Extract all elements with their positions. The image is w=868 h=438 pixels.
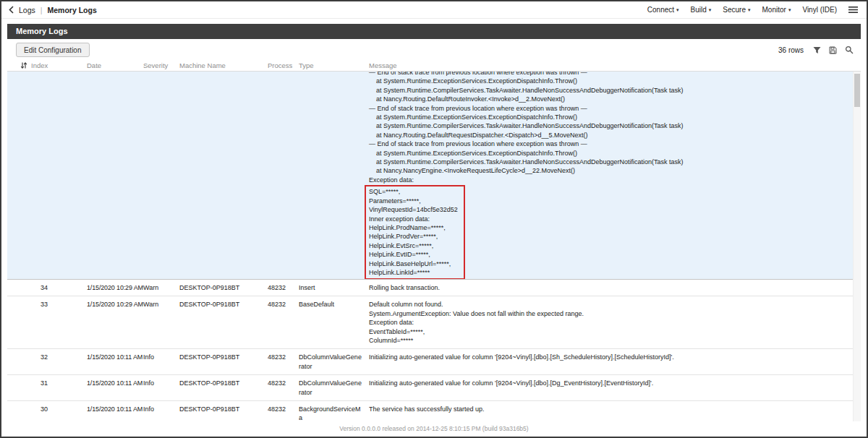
cell-process: 48232: [268, 300, 299, 345]
cell-message: Initializing auto-generated value for co…: [369, 353, 849, 371]
cell-machine-name: DESKTOP-0P918BT: [179, 300, 268, 345]
cell-date: 1/15/2020 10:11 AM: [87, 405, 143, 421]
menu-secure[interactable]: Secure ▾: [723, 6, 750, 14]
cell-type: BaseDefault: [299, 300, 369, 345]
cell-message: The service has successfully started up.: [369, 405, 849, 421]
cell-message: Default column not found. System.Argumen…: [369, 300, 849, 345]
cell-date: 1/15/2020 10:11 AM: [87, 353, 143, 371]
page-title: Memory Logs: [7, 24, 861, 39]
log-table: Index Date Severity Machine Name Process…: [7, 59, 861, 421]
column-header-message[interactable]: Message: [369, 61, 849, 69]
vertical-scrollbar[interactable]: [853, 72, 861, 421]
cell-date: 1/15/2020 10:29 AM: [87, 300, 143, 345]
cell-severity: Info: [143, 353, 179, 371]
table-header-row: Index Date Severity Machine Name Process…: [7, 59, 861, 72]
cell-message: Initializing auto-generated value for co…: [369, 379, 849, 397]
breadcrumb-back-link[interactable]: Logs: [19, 6, 35, 14]
save-icon[interactable]: [829, 46, 837, 54]
chevron-down-icon: ▾: [676, 7, 679, 12]
table-row[interactable]: 32 1/15/2020 10:11 AM Info DESKTOP-0P918…: [7, 349, 861, 375]
cell-type: BackgroundServiceMa: [299, 405, 369, 421]
cell-index: 32: [20, 353, 87, 371]
cell-severity: Info: [143, 405, 179, 421]
table-row[interactable]: 34 1/15/2020 10:29 AM Warn DESKTOP-0P918…: [7, 280, 861, 296]
column-header-index[interactable]: Index: [20, 61, 87, 69]
cell-severity: Info: [143, 379, 179, 397]
cell-index: 31: [20, 379, 87, 397]
column-header-process[interactable]: Process: [268, 61, 299, 69]
search-icon[interactable]: [845, 46, 854, 54]
version-footer: Version 0.0.0.0 released on 2014-12-25 8…: [7, 421, 861, 432]
back-chevron-icon[interactable]: [9, 6, 14, 14]
table-row[interactable]: 31 1/15/2020 10:11 AM Info DESKTOP-0P918…: [7, 375, 861, 401]
breadcrumb-current: Memory Logs: [48, 6, 97, 14]
menu-vinyl-ide[interactable]: Vinyl (IDE): [802, 6, 837, 14]
cell-severity: Warn: [143, 300, 179, 345]
cell-type: Insert: [299, 283, 369, 292]
column-header-date[interactable]: Date: [87, 61, 143, 69]
table-viewport: — End of stack trace from previous locat…: [7, 72, 861, 421]
cell-type: DbColumnValueGenerator: [299, 353, 369, 371]
chevron-down-icon: ▾: [748, 7, 751, 12]
menu-secure-label: Secure: [723, 6, 746, 14]
cell-severity: Warn: [143, 283, 179, 292]
content-area: Memory Logs Edit Configuration 36 rows: [1, 24, 867, 432]
cell-process: 48232: [268, 405, 299, 421]
stack-trace-text: — End of stack trace from previous locat…: [369, 72, 684, 184]
menu-connect[interactable]: Connect ▾: [647, 6, 679, 14]
edit-configuration-button[interactable]: Edit Configuration: [16, 43, 90, 57]
column-label-index: Index: [31, 61, 48, 69]
menu-monitor-label: Monitor: [762, 6, 786, 14]
sort-icon[interactable]: [20, 61, 27, 69]
column-header-machine-name[interactable]: Machine Name: [179, 61, 268, 69]
scrollbar-thumb[interactable]: [854, 74, 860, 107]
menu-build[interactable]: Build ▾: [691, 6, 712, 14]
expanded-message: — End of stack trace from previous locat…: [369, 72, 849, 280]
menu-monitor[interactable]: Monitor ▾: [762, 6, 791, 14]
highlighted-exception-data: SQL=*****, Parameters=*****, VinylReques…: [369, 188, 458, 276]
cell-process: 48232: [268, 353, 299, 371]
top-nav-menus: Connect ▾ Build ▾ Secure ▾ Monitor ▾ Vin…: [647, 6, 858, 14]
cell-machine-name: DESKTOP-0P918BT: [179, 379, 268, 397]
cell-machine-name: DESKTOP-0P918BT: [179, 353, 268, 371]
filter-icon[interactable]: [813, 46, 821, 54]
cell-process: 48232: [268, 379, 299, 397]
cell-index: 34: [20, 283, 87, 292]
menu-vinyl-ide-label: Vinyl (IDE): [802, 6, 837, 14]
app-window: Logs | Memory Logs Connect ▾ Build ▾ Sec…: [0, 0, 868, 438]
row-count-label: 36 rows: [778, 46, 804, 54]
cell-index: 33: [20, 300, 87, 345]
breadcrumb: Logs | Memory Logs: [9, 6, 97, 14]
breadcrumb-separator: |: [41, 6, 43, 14]
annotation-highlight-box: SQL=*****, Parameters=*****, VinylReques…: [365, 185, 465, 280]
cell-index: 30: [20, 405, 87, 421]
table-row[interactable]: 33 1/15/2020 10:29 AM Warn DESKTOP-0P918…: [7, 296, 861, 349]
table-row[interactable]: 30 1/15/2020 10:11 AM Info DESKTOP-0P918…: [7, 401, 861, 421]
cell-date: 1/15/2020 10:29 AM: [87, 283, 143, 292]
column-header-severity[interactable]: Severity: [143, 61, 179, 69]
cell-process: 48232: [268, 283, 299, 292]
menu-connect-label: Connect: [647, 6, 674, 14]
cell-type: DbColumnValueGenerator: [299, 379, 369, 397]
toolbar: Edit Configuration 36 rows: [7, 39, 861, 59]
menu-build-label: Build: [691, 6, 707, 14]
cell-machine-name: DESKTOP-0P918BT: [179, 405, 268, 421]
cell-date: 1/15/2020 10:11 AM: [87, 379, 143, 397]
chevron-down-icon: ▾: [709, 7, 712, 12]
cell-machine-name: DESKTOP-0P918BT: [179, 283, 268, 292]
expanded-log-row[interactable]: — End of stack trace from previous locat…: [7, 72, 861, 280]
column-header-type[interactable]: Type: [299, 61, 369, 69]
chevron-down-icon: ▾: [788, 7, 791, 12]
hamburger-menu-icon[interactable]: [848, 6, 858, 14]
cell-message: Rolling back transaction.: [369, 283, 849, 292]
toolbar-right: 36 rows: [778, 46, 854, 54]
top-nav-bar: Logs | Memory Logs Connect ▾ Build ▾ Sec…: [1, 1, 867, 19]
